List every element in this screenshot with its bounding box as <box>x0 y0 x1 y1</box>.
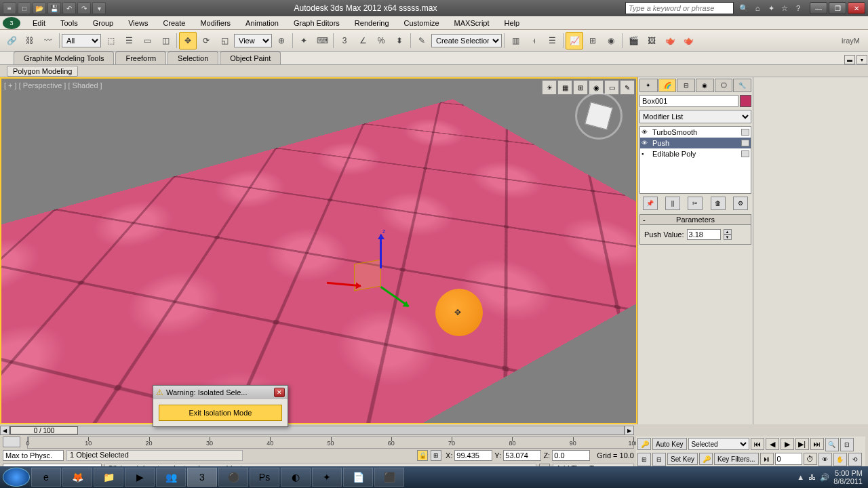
menu-animation[interactable]: Animation <box>239 18 285 28</box>
fov-icon[interactable]: 👁 <box>818 453 832 466</box>
close-button[interactable]: ✕ <box>848 2 865 14</box>
set-key-big-icon[interactable]: 🔑 <box>699 453 713 465</box>
show-end-result-icon[interactable] <box>741 150 749 157</box>
app-menu-button[interactable]: ≡ <box>3 2 16 14</box>
key-mode-icon[interactable]: 🔑 <box>637 438 651 450</box>
spinner-snap-icon[interactable]: ⬍ <box>391 32 408 49</box>
show-end-result-icon[interactable] <box>741 129 749 136</box>
visibility-icon[interactable]: 👁 <box>642 129 650 136</box>
motion-tab-icon[interactable]: ◉ <box>696 79 714 92</box>
menu-customize[interactable]: Customize <box>397 18 446 28</box>
tray-flag-icon[interactable]: ▲ <box>797 473 804 481</box>
unlink-icon[interactable]: ⛓ <box>21 32 39 49</box>
viewcube[interactable] <box>575 92 623 140</box>
zoom-icon[interactable]: 🔍 <box>825 438 839 451</box>
pin-stack-icon[interactable]: 📌 <box>643 197 658 210</box>
time-config-icon[interactable]: ⏱ <box>804 453 817 465</box>
stack-item-turbosmooth[interactable]: 👁 TurboSmooth <box>640 127 751 138</box>
timeslider-thumb[interactable]: 0 / 100 <box>10 426 78 434</box>
hierarchy-tab-icon[interactable]: ⊟ <box>677 79 695 92</box>
play-icon[interactable]: ▶ <box>781 438 794 450</box>
system-tray[interactable]: ▲ 🖧 🔊 5:00 PM 8/8/2011 <box>797 469 865 485</box>
z-coord-field[interactable] <box>552 450 590 461</box>
timeslider-prev-icon[interactable]: ◀ <box>0 426 9 435</box>
select-by-name-icon[interactable]: ☰ <box>120 32 138 49</box>
menu-views[interactable]: Views <box>121 18 155 28</box>
select-and-scale-icon[interactable]: ◱ <box>216 32 233 49</box>
x-coord-field[interactable] <box>454 450 492 461</box>
absolute-relative-icon[interactable]: ⊞ <box>431 450 441 461</box>
help-icon[interactable]: ? <box>792 2 804 14</box>
gizmo-z-axis[interactable] <box>380 235 382 268</box>
tab-graphite[interactable]: Graphite Modeling Tools <box>14 52 114 64</box>
object-color-swatch[interactable] <box>740 95 751 107</box>
viewport[interactable]: [ + ] [ Perspective ] [ Shaded ] ☀ ▦ ⊞ ◉… <box>0 77 637 424</box>
move-gizmo[interactable]: z <box>320 235 422 316</box>
qat-dropdown-icon[interactable]: ▾ <box>92 2 106 14</box>
dialog-close-button[interactable]: ✕ <box>274 388 285 397</box>
subscription-icon[interactable]: ⌂ <box>751 2 764 14</box>
taskbar-photoshop-icon[interactable]: Ps <box>250 468 279 487</box>
window-crossing-icon[interactable]: ◫ <box>157 32 174 49</box>
rendered-frame-icon[interactable]: 🖼 <box>643 32 660 49</box>
tray-network-icon[interactable]: 🖧 <box>808 473 816 481</box>
taskbar-app2-icon[interactable]: ✦ <box>312 468 342 487</box>
bind-space-warp-icon[interactable]: 〰 <box>39 32 57 49</box>
select-and-rotate-icon[interactable]: ⟳ <box>197 32 215 49</box>
exchange-icon[interactable]: ✦ <box>765 2 777 14</box>
configure-sets-icon[interactable]: ⚙ <box>733 197 748 210</box>
curve-editor-icon[interactable]: 📈 <box>566 32 583 49</box>
time-slider[interactable]: ◀ 0 / 100 ▶ <box>0 424 634 436</box>
app-logo-icon[interactable]: 3 <box>3 17 20 29</box>
layers-icon[interactable]: ☰ <box>543 32 561 49</box>
gizmo-x-axis[interactable] <box>327 282 361 287</box>
align-icon[interactable]: ⫞ <box>525 32 542 49</box>
exit-isolation-button[interactable]: Exit Isolation Mode <box>159 405 282 421</box>
taskbar-3dsmax-icon[interactable]: 3 <box>187 468 217 487</box>
zoom-all-icon[interactable]: ⊡ <box>840 438 854 451</box>
select-and-move-icon[interactable]: ✥ <box>179 32 197 49</box>
select-manipulate-icon[interactable]: ✦ <box>295 32 313 49</box>
render-setup-icon[interactable]: 🎬 <box>625 32 642 49</box>
ribbon-minimize-icon[interactable]: ▬ <box>844 55 855 64</box>
menu-group[interactable]: Group <box>86 18 121 28</box>
percent-snap-icon[interactable]: % <box>372 32 390 49</box>
next-frame-icon[interactable]: ▶| <box>795 438 809 450</box>
auto-key-button[interactable]: Auto Key <box>652 438 687 450</box>
spinner-up-icon[interactable]: ▲ <box>724 229 732 235</box>
taskbar-firefox-icon[interactable]: 🦊 <box>62 468 92 487</box>
modifier-stack[interactable]: 👁 TurboSmooth 👁 Push ▪ Editable Poly <box>639 126 751 194</box>
goto-start-icon[interactable]: ⏮ <box>751 438 764 450</box>
zoom-extents-icon[interactable]: ⊞ <box>637 453 651 466</box>
tray-volume-icon[interactable]: 🔊 <box>820 473 829 482</box>
save-icon[interactable]: 💾 <box>47 2 61 14</box>
viewport-label[interactable]: [ + ] [ Perspective ] [ Shaded ] <box>4 81 102 89</box>
gizmo-y-axis[interactable] <box>380 286 410 307</box>
menu-modifiers[interactable]: Modifiers <box>193 18 237 28</box>
material-editor-icon[interactable]: ◉ <box>602 32 620 49</box>
rollout-header[interactable]: Parameters <box>640 215 751 225</box>
menu-create[interactable]: Create <box>156 18 192 28</box>
schematic-view-icon[interactable]: ⊞ <box>584 32 601 49</box>
vp-light-icon[interactable]: ☀ <box>542 80 557 95</box>
modifier-list-dropdown[interactable]: Modifier List <box>639 110 751 123</box>
tab-selection[interactable]: Selection <box>167 52 218 64</box>
ribbon-dropdown-icon[interactable]: ▾ <box>856 55 867 64</box>
goto-end-icon[interactable]: ⏭ <box>810 438 824 450</box>
zoom-extents-all-icon[interactable]: ⊟ <box>652 453 666 466</box>
show-end-result-icon[interactable]: || <box>665 197 680 210</box>
render-production-icon[interactable]: 🫖 <box>661 32 679 49</box>
show-end-result-icon[interactable] <box>741 140 749 146</box>
maximize-button[interactable]: ❐ <box>829 2 846 14</box>
make-unique-icon[interactable]: ✂ <box>688 197 703 210</box>
timeslider-next-icon[interactable]: ▶ <box>625 426 634 435</box>
key-filters-button[interactable]: Key Filters... <box>714 453 759 465</box>
stack-item-editable-poly[interactable]: ▪ Editable Poly <box>640 148 751 159</box>
link-icon[interactable]: 🔗 <box>3 32 20 49</box>
taskbar-explorer-icon[interactable]: 📁 <box>94 468 123 487</box>
spinner-down-icon[interactable]: ▼ <box>724 235 732 240</box>
tab-freeform[interactable]: Freeform <box>115 52 166 64</box>
trackbar-toggle-icon[interactable] <box>3 436 20 447</box>
utilities-tab-icon[interactable]: 🔧 <box>733 79 751 92</box>
menu-maxscript[interactable]: MAXScript <box>448 18 496 28</box>
